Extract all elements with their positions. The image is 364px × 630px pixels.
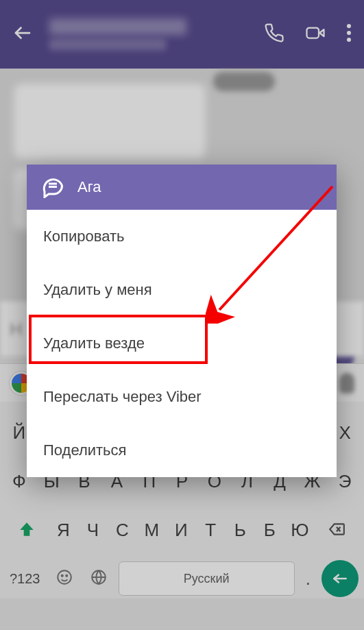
chat-bubble-icon — [40, 173, 65, 201]
menu-item-label: Удалить у меня — [43, 281, 152, 299]
menu-item-label: Копировать — [43, 228, 124, 245]
context-menu-header: Ага — [27, 165, 337, 210]
menu-item-share[interactable]: Поделиться — [27, 424, 337, 477]
menu-item-label: Поделиться — [43, 441, 126, 459]
message-context-menu: Ага Копировать Удалить у меня Удалить ве… — [27, 165, 337, 477]
menu-item-delete-everywhere[interactable]: Удалить везде — [27, 317, 337, 370]
menu-item-forward-viber[interactable]: Переслать через Viber — [27, 370, 337, 424]
menu-item-label: Переслать через Viber — [43, 388, 202, 406]
context-menu-title: Ага — [77, 178, 101, 196]
menu-item-label: Удалить везде — [43, 335, 145, 352]
menu-item-delete-for-me[interactable]: Удалить у меня — [27, 263, 337, 317]
menu-item-copy[interactable]: Копировать — [27, 210, 337, 263]
